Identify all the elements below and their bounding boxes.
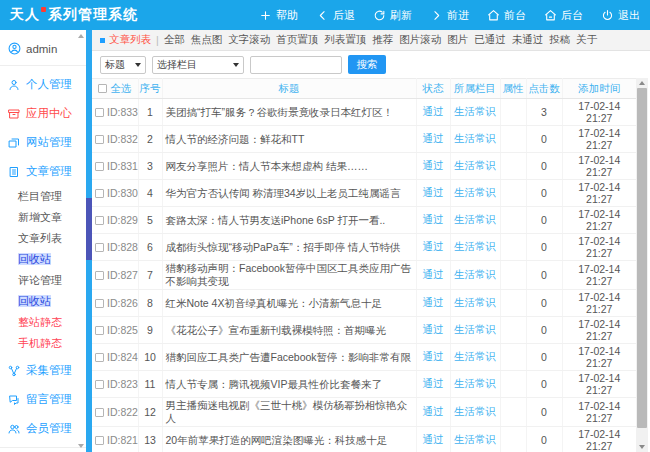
row-category-link[interactable]: 生活常识 xyxy=(454,159,496,171)
row-checkbox[interactable] xyxy=(95,353,104,362)
row-title-link[interactable]: 20年前苹果打造的网吧渲染图曝光：科技感十足 xyxy=(166,434,388,446)
row-status-link[interactable]: 通过 xyxy=(423,105,444,117)
row-title-link[interactable]: 猎豹回应工具类广告遭Facebook暂停：影响非常有限 xyxy=(166,351,412,363)
row-status-link[interactable]: 通过 xyxy=(423,213,444,225)
row-checkbox[interactable] xyxy=(95,216,104,225)
row-checkbox[interactable] xyxy=(95,326,104,335)
row-checkbox[interactable] xyxy=(95,299,104,308)
field-select[interactable]: 标题 xyxy=(100,56,146,74)
row-category-link[interactable]: 生活常识 xyxy=(454,377,496,389)
row-status-link[interactable]: 通过 xyxy=(423,405,444,417)
row-title-link[interactable]: 《花花公子》宣布重新刊载裸模特照：首期曝光 xyxy=(166,324,387,336)
submenu-mobile-static[interactable]: 手机静态 xyxy=(0,333,86,354)
row-status-link[interactable]: 通过 xyxy=(423,159,444,171)
table-vertical-scrollbar[interactable] xyxy=(636,78,648,452)
row-checkbox[interactable] xyxy=(95,243,104,252)
row-category-link[interactable]: 生活常识 xyxy=(454,405,496,417)
sidebar-item-site-management[interactable]: 网站管理 xyxy=(0,128,86,157)
row-status-link[interactable]: 通过 xyxy=(423,296,444,308)
submenu-article-list[interactable]: 文章列表 xyxy=(0,228,86,249)
row-title-link[interactable]: 情人节专属：腾讯视频VIP最具性价比套餐来了 xyxy=(166,378,382,390)
sidebar-scroll-up-icon[interactable] xyxy=(78,34,84,38)
tab-article-list[interactable]: 文章列表 xyxy=(109,33,151,47)
table-scrollbar-thumb[interactable] xyxy=(637,88,647,428)
row-title-link[interactable]: 美团搞“打车”服务？谷歌街景竟收录日本红灯区！ xyxy=(166,106,394,118)
help-button[interactable]: 帮助 xyxy=(259,8,298,23)
row-checkbox[interactable] xyxy=(95,108,104,117)
sidebar-item-personal[interactable]: 个人管理 xyxy=(0,70,86,99)
keyword-input[interactable] xyxy=(250,56,342,74)
back-site-button[interactable]: 后台 xyxy=(544,8,583,23)
row-checkbox[interactable] xyxy=(95,162,104,171)
tab-item[interactable]: 列表置顶 xyxy=(324,33,366,45)
submenu-site-static[interactable]: 整站静态 xyxy=(0,312,86,333)
row-status-link[interactable]: 通过 xyxy=(423,433,444,445)
tab-item[interactable]: 关于 xyxy=(576,33,597,45)
submenu-recycle-bin-1[interactable]: 回收站 xyxy=(0,249,86,270)
select-all-checkbox[interactable] xyxy=(98,84,107,93)
row-category-link[interactable]: 生活常识 xyxy=(454,323,496,335)
row-title-link[interactable]: 华为官方否认传闻 称清理34岁以上老员工纯属谣言 xyxy=(166,187,401,199)
row-category-link[interactable]: 生活常识 xyxy=(454,240,496,252)
tab-item[interactable]: 图片滚动 xyxy=(399,33,441,45)
row-checkbox[interactable] xyxy=(95,271,104,280)
row-checkbox[interactable] xyxy=(95,189,104,198)
tab-item[interactable]: 图片 xyxy=(447,33,468,45)
submenu-comment-management[interactable]: 评论管理 xyxy=(0,270,86,291)
row-title-link[interactable]: 情人节的经济问题：鲜花和TT xyxy=(166,133,305,145)
sidebar-scrollbar-thumb[interactable] xyxy=(86,198,92,260)
row-status-link[interactable]: 通过 xyxy=(423,132,444,144)
row-category-link[interactable]: 生活常识 xyxy=(454,132,496,144)
row-title-link[interactable]: 套路太深：情人节男友送iPhone 6sP 打开一看.. xyxy=(166,214,386,226)
sidebar-scrollbar[interactable] xyxy=(86,30,92,452)
forward-button[interactable]: 前进 xyxy=(430,8,469,23)
logout-button[interactable]: 退出 xyxy=(601,8,640,23)
front-site-button[interactable]: 前台 xyxy=(487,8,526,23)
submenu-new-article[interactable]: 新增文章 xyxy=(0,207,86,228)
row-title-link[interactable]: 网友分享照片：情人节本来想虚构 结果…… xyxy=(166,160,368,172)
category-select[interactable]: 选择栏目 xyxy=(152,56,244,74)
search-button[interactable]: 搜索 xyxy=(348,55,386,74)
tab-item[interactable]: 文字滚动 xyxy=(228,33,270,45)
row-category-link[interactable]: 生活常识 xyxy=(454,433,496,445)
row-status-link[interactable]: 通过 xyxy=(423,186,444,198)
row-title-link[interactable]: 猎豹移动声明：Facebook暂停中国区工具类应用广告不影响其变现 xyxy=(166,262,412,287)
row-status-link[interactable]: 通过 xyxy=(423,377,444,389)
row-category-link[interactable]: 生活常识 xyxy=(454,296,496,308)
submenu-column-management[interactable]: 栏目管理 xyxy=(0,186,86,207)
refresh-button[interactable]: 刷新 xyxy=(373,8,412,23)
row-category-link[interactable]: 生活常识 xyxy=(454,105,496,117)
row-status-link[interactable]: 通过 xyxy=(423,323,444,335)
row-checkbox[interactable] xyxy=(95,135,104,144)
row-category-link[interactable]: 生活常识 xyxy=(454,186,496,198)
back-button[interactable]: 后退 xyxy=(316,8,355,23)
row-checkbox[interactable] xyxy=(95,408,104,417)
sidebar-item-message-management[interactable]: 留言管理 xyxy=(0,385,86,414)
submenu-recycle-bin-2[interactable]: 回收站 xyxy=(0,291,86,312)
tab-item[interactable]: 首页置顶 xyxy=(276,33,318,45)
row-category-link[interactable]: 生活常识 xyxy=(454,268,496,280)
sidebar-item-app-center[interactable]: 应用中心 xyxy=(0,99,86,128)
scroll-down-arrow-icon[interactable] xyxy=(639,445,645,449)
row-category-link[interactable]: 生活常识 xyxy=(454,350,496,362)
row-category-link[interactable]: 生活常识 xyxy=(454,213,496,225)
tab-item[interactable]: 投稿 xyxy=(549,33,570,45)
row-checkbox[interactable] xyxy=(95,380,104,389)
tab-item[interactable]: 未通过 xyxy=(512,33,544,45)
row-title-link[interactable]: 成都街头惊现“移动PaPa车”：招手即停 情人节特供 xyxy=(166,241,401,253)
row-status-link[interactable]: 通过 xyxy=(423,240,444,252)
sidebar-item-article-management[interactable]: 文章管理 xyxy=(0,157,86,186)
row-checkbox[interactable] xyxy=(95,436,104,445)
sidebar-item-member-management[interactable]: 会员管理 xyxy=(0,414,86,443)
tab-item[interactable]: 焦点图 xyxy=(191,33,223,45)
sidebar-scroll-down-icon[interactable] xyxy=(78,444,84,448)
tab-item[interactable]: 推荐 xyxy=(372,33,393,45)
sidebar-item-collect-management[interactable]: 采集管理 xyxy=(0,356,86,385)
row-status-link[interactable]: 通过 xyxy=(423,350,444,362)
row-title-link[interactable]: 男主播痴迷电视剧《三世十桃》模仿杨幂扮相惊艳众人 xyxy=(166,399,408,424)
row-status-link[interactable]: 通过 xyxy=(423,268,444,280)
row-title-link[interactable]: 红米Note 4X初音绿真机曝光：小清新气息十足 xyxy=(166,297,382,309)
scroll-up-arrow-icon[interactable] xyxy=(639,81,645,85)
tab-item[interactable]: 已通过 xyxy=(474,33,506,45)
tab-item[interactable]: 全部 xyxy=(164,33,185,45)
